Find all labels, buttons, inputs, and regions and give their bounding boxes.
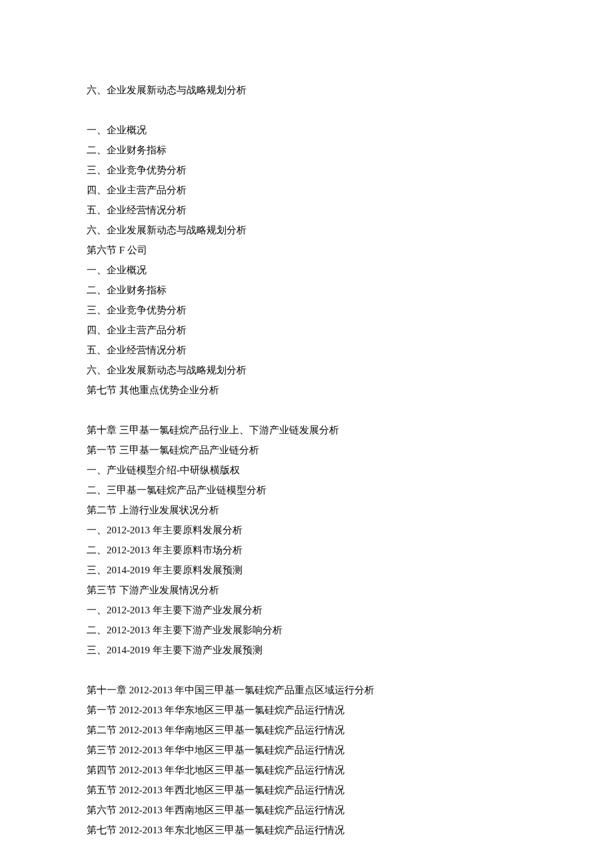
toc-line: 四、企业主营产品分析 <box>87 180 526 200</box>
toc-section-heading: 第六节 2012-2013 年西南地区三甲基一氯硅烷产品运行情况 <box>87 800 526 820</box>
paragraph-spacer <box>87 660 526 680</box>
toc-line: 六、企业发展新动态与战略规划分析 <box>87 220 526 240</box>
toc-section-heading: 第二节 2012-2013 年华南地区三甲基一氯硅烷产品运行情况 <box>87 720 526 740</box>
toc-line: 五、企业经营情况分析 <box>87 200 526 220</box>
toc-line: 一、产业链模型介绍-中研纵横版权 <box>87 460 526 480</box>
toc-line: 三、2014-2019 年主要原料发展预测 <box>87 560 526 580</box>
toc-chapter-heading: 第十一章 2012-2013 年中国三甲基一氯硅烷产品重点区域运行分析 <box>87 680 526 700</box>
toc-section-heading: 第一节 2012-2013 年华东地区三甲基一氯硅烷产品运行情况 <box>87 700 526 720</box>
toc-line: 二、2012-2013 年主要原料市场分析 <box>87 540 526 560</box>
paragraph-spacer <box>87 100 526 120</box>
toc-chapter-heading: 第十章 三甲基一氯硅烷产品行业上、下游产业链发展分析 <box>87 420 526 440</box>
toc-section-heading: 第二节 上游行业发展状况分析 <box>87 500 526 520</box>
document-body: 六、企业发展新动态与战略规划分析 一、企业概况 二、企业财务指标 三、企业竞争优… <box>87 80 526 840</box>
toc-section-heading: 第一节 三甲基一氯硅烷产品产业链分析 <box>87 440 526 460</box>
toc-line: 五、企业经营情况分析 <box>87 340 526 360</box>
toc-section-heading: 第三节 2012-2013 年华中地区三甲基一氯硅烷产品运行情况 <box>87 740 526 760</box>
toc-line: 六、企业发展新动态与战略规划分析 <box>87 360 526 380</box>
toc-line: 一、2012-2013 年主要下游产业发展分析 <box>87 600 526 620</box>
toc-line: 三、企业竞争优势分析 <box>87 160 526 180</box>
toc-line: 二、三甲基一氯硅烷产品产业链模型分析 <box>87 480 526 500</box>
toc-section-heading: 第五节 2012-2013 年西北地区三甲基一氯硅烷产品运行情况 <box>87 780 526 800</box>
toc-line: 二、企业财务指标 <box>87 280 526 300</box>
toc-line: 一、2012-2013 年主要原料发展分析 <box>87 520 526 540</box>
toc-section-heading: 第七节 2012-2013 年东北地区三甲基一氯硅烷产品运行情况 <box>87 820 526 840</box>
toc-line: 六、企业发展新动态与战略规划分析 <box>87 80 526 100</box>
toc-section-heading: 第四节 2012-2013 年华北地区三甲基一氯硅烷产品运行情况 <box>87 760 526 780</box>
toc-line: 四、企业主营产品分析 <box>87 320 526 340</box>
toc-line: 二、2012-2013 年主要下游产业发展影响分析 <box>87 620 526 640</box>
toc-line: 一、企业概况 <box>87 260 526 280</box>
toc-line: 三、2014-2019 年主要下游产业发展预测 <box>87 640 526 660</box>
toc-line: 二、企业财务指标 <box>87 140 526 160</box>
toc-section-heading: 第三节 下游产业发展情况分析 <box>87 580 526 600</box>
toc-line: 三、企业竞争优势分析 <box>87 300 526 320</box>
toc-section-heading: 第七节 其他重点优势企业分析 <box>87 380 526 400</box>
toc-section-heading: 第六节 F 公司 <box>87 240 526 260</box>
toc-line: 一、企业概况 <box>87 120 526 140</box>
paragraph-spacer <box>87 400 526 420</box>
